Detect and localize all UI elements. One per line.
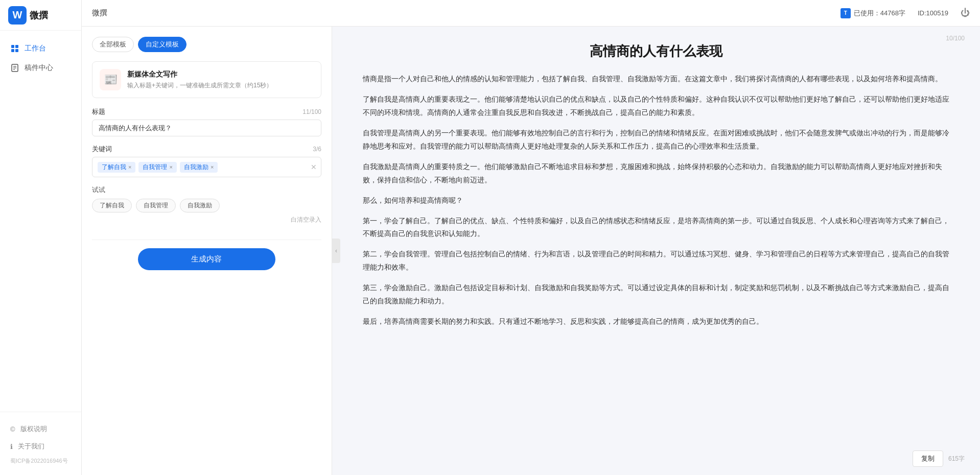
svg-rect-0 [11, 45, 14, 48]
suggestion-chip-2[interactable]: 自我管理 [136, 199, 176, 212]
drafts-label: 稿件中心 [25, 63, 53, 73]
tab-custom[interactable]: 自定义模板 [138, 37, 186, 52]
article-para-6: 第一，学会了解自己。了解自己的优点、缺点、个性特质和偏好，以及自己的情感状态和情… [363, 215, 949, 241]
title-label-row: 标题 11/100 [92, 107, 321, 116]
keywords-section: 关键词 3/6 了解自我 × 自我管理 × 自我激励 × ✕ [92, 145, 321, 177]
copyright-item[interactable]: © 版权说明 [0, 420, 81, 438]
collapse-handle[interactable]: ‹ [332, 239, 340, 263]
article-para-5: 那么，如何培养和提高情商呢？ [363, 194, 949, 207]
clear-link[interactable]: 白清空录入 [92, 216, 321, 224]
sidebar-nav: 工作台 稿件中心 [0, 31, 81, 412]
template-icon: 📰 [100, 69, 121, 90]
sidebar-item-drafts[interactable]: 稿件中心 [0, 58, 81, 78]
article-counter: 10/100 [946, 35, 965, 42]
copyright-icon: © [10, 425, 15, 433]
keyword-tag-1: 了解自我 × [98, 162, 135, 173]
article-para-4: 自我激励是高情商人的重要特质之一。他们能够激励自己不断地追求目标和梦想，克服困难… [363, 160, 949, 187]
topbar: 微撰 T 已使用：44768字 ID:100519 ⏻ [82, 0, 980, 27]
content-area: 全部模板 自定义模板 📰 新媒体全文写作 输入标题+关键词，一键准确生成所需文章… [82, 27, 980, 475]
topbar-right: T 已使用：44768字 ID:100519 ⏻ [841, 8, 970, 18]
keyword-tag-2: 自我管理 × [138, 162, 176, 173]
suggestions-section: 试试 了解自我 自我管理 自我激励 白清空录入 [92, 185, 321, 224]
sidebar: W 微撰 工作台 [0, 0, 82, 475]
article-para-8: 第三，学会激励自己。激励自己包括设定目标和计划、自我激励和自我奖励等方式。可以通… [363, 281, 949, 308]
sidebar-item-workbench[interactable]: 工作台 [0, 39, 81, 58]
svg-rect-2 [11, 49, 14, 52]
tag-close-2[interactable]: × [169, 164, 172, 170]
right-panel: 10/100 高情商的人有什么表现 情商是指一个人对自己和他人的情感的认知和管理… [332, 27, 980, 475]
suggestions-row: 了解自我 自我管理 自我激励 [92, 199, 321, 212]
title-input[interactable] [92, 120, 321, 136]
user-id: ID:100519 [918, 9, 948, 17]
left-panel: 全部模板 自定义模板 📰 新媒体全文写作 输入标题+关键词，一键准确生成所需文章… [82, 27, 332, 475]
suggestion-chip-3[interactable]: 自我激励 [180, 199, 220, 212]
workbench-icon [10, 44, 19, 53]
template-tabs: 全部模板 自定义模板 [92, 37, 321, 52]
svg-rect-3 [15, 49, 18, 52]
usage-icon: T [841, 8, 851, 18]
template-name: 新媒体全文写作 [127, 70, 314, 79]
sidebar-footer: © 版权说明 ℹ 关于我们 蜀ICP备2022016946号 [0, 412, 81, 475]
article-para-2: 了解自我是高情商人的重要表现之一。他们能够清楚地认识自己的优点和缺点，以及自己的… [363, 93, 949, 120]
template-info: 新媒体全文写作 输入标题+关键词，一键准确生成所需文章（约15秒） [127, 70, 314, 90]
copy-button[interactable]: 复制 [913, 450, 943, 467]
about-icon: ℹ [10, 443, 13, 450]
keywords-box[interactable]: 了解自我 × 自我管理 × 自我激励 × ✕ [92, 157, 321, 177]
keywords-counter: 3/6 [313, 146, 321, 153]
keyword-tag-3: 自我激励 × [180, 162, 218, 173]
right-panel-footer: 复制 615字 [913, 450, 965, 467]
template-card-fulltext[interactable]: 📰 新媒体全文写作 输入标题+关键词，一键准确生成所需文章（约15秒） [92, 61, 321, 98]
logo: W 微撰 [8, 6, 48, 25]
tag-close-3[interactable]: × [211, 164, 214, 170]
usage-label: 已使用：44768字 [854, 9, 905, 18]
generate-button[interactable]: 生成内容 [138, 248, 275, 270]
keywords-clear-btn[interactable]: ✕ [311, 163, 317, 171]
title-counter: 11/100 [302, 108, 321, 115]
article-title: 高情商的人有什么表现 [363, 42, 949, 60]
topbar-title: 微撰 [92, 8, 107, 18]
suggestions-label: 试试 [92, 185, 321, 195]
usage-display: T 已使用：44768字 [841, 8, 905, 18]
drafts-icon [10, 63, 19, 73]
logo-icon: W [8, 6, 27, 25]
svg-rect-1 [15, 45, 18, 48]
word-count: 615字 [948, 455, 965, 463]
title-section: 标题 11/100 [92, 107, 321, 136]
workbench-label: 工作台 [25, 44, 46, 53]
logo-text: 微撰 [30, 9, 48, 21]
article-para-1: 情商是指一个人对自己和他人的情感的认知和管理能力，包括了解自我、自我管理、自我激… [363, 73, 949, 86]
suggestion-chip-1[interactable]: 了解自我 [92, 199, 132, 212]
article-body: 情商是指一个人对自己和他人的情感的认知和管理能力，包括了解自我、自我管理、自我激… [363, 73, 949, 328]
template-desc: 输入标题+关键词，一键准确生成所需文章（约15秒） [127, 81, 314, 90]
logout-button[interactable]: ⏻ [961, 8, 970, 18]
keywords-label-row: 关键词 3/6 [92, 145, 321, 154]
article-para-9: 最后，培养高情商需要长期的努力和实践。只有通过不断地学习、反思和实践，才能够提高… [363, 315, 949, 328]
logo-area: W 微撰 [0, 0, 81, 31]
about-label: 关于我们 [18, 442, 44, 451]
about-item[interactable]: ℹ 关于我们 [0, 438, 81, 455]
copyright-label: 版权说明 [20, 424, 47, 434]
article-para-7: 第二，学会自我管理。管理自己包括控制自己的情绪、行为和言语，以及管理自己的时间和… [363, 248, 949, 274]
article-para-3: 自我管理是高情商人的另一个重要表现。他们能够有效地控制自己的言行和行为，控制自己… [363, 127, 949, 153]
tab-all[interactable]: 全部模板 [92, 37, 134, 52]
title-label: 标题 [92, 107, 105, 116]
tag-close-1[interactable]: × [128, 164, 131, 170]
icp-text: 蜀ICP备2022016946号 [0, 455, 81, 467]
divider [92, 240, 321, 240]
keywords-label: 关键词 [92, 145, 112, 154]
